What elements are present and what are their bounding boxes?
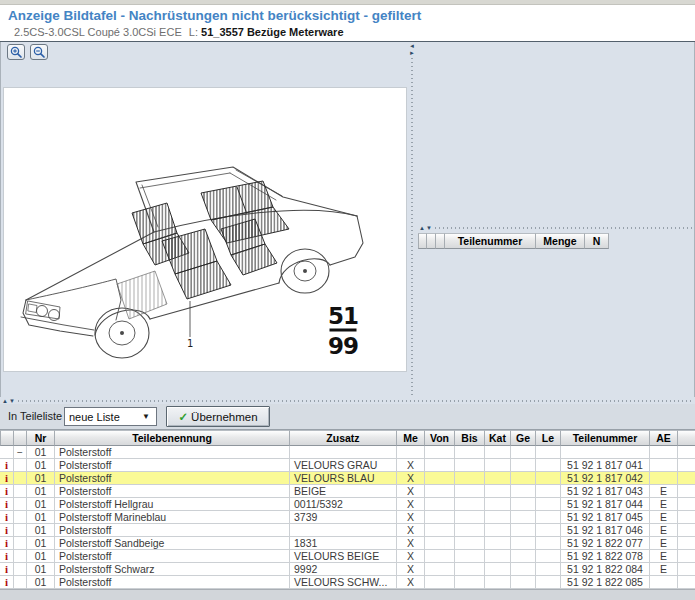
col-header-von[interactable]: Von [425,430,455,446]
teileliste-select[interactable]: neue Liste ▼ [64,407,157,426]
cell-zusatz: 9992 [290,563,397,576]
cell-tnr: 51 92 1 822 084 [561,563,650,576]
col-header-me[interactable]: Me [397,430,425,446]
zoom-out-button[interactable] [30,44,48,60]
table-row[interactable]: i01Polsterstoff Marineblau3739X51 92 1 8… [0,511,695,524]
zoom-in-button[interactable] [7,44,25,60]
detail-col-blank-3[interactable] [436,233,445,249]
info-icon[interactable]: i [5,472,8,484]
info-icon[interactable]: i [5,563,8,575]
col-header-le[interactable]: Le [536,430,561,446]
cell-zusatz: VELOURS BLAU [290,472,397,485]
cell-kat [485,563,511,576]
svg-text:1: 1 [187,338,193,349]
col-header-zusatz[interactable]: Zusatz [290,430,397,446]
info-cell[interactable]: i [0,459,14,472]
cell-ge [511,563,536,576]
col-header-kat[interactable]: Kat [485,430,511,446]
splitter-down-icon[interactable]: ▼ [426,225,433,231]
detail-panel: ▲▼ Teilenummer Menge N [416,42,695,397]
cell-tnr: 51 92 1 822 078 [561,550,650,563]
table-row[interactable]: i01PolsterstoffVELOURS BEIGEX51 92 1 822… [0,550,695,563]
info-cell[interactable]: i [0,498,14,511]
col-header-info[interactable] [0,430,14,446]
col-header-ge[interactable]: Ge [511,430,536,446]
info-icon[interactable]: i [5,537,8,549]
table-row[interactable]: i01Polsterstoff Sandbeige1831X51 92 1 82… [0,537,695,550]
cell-name: Polsterstoff [55,485,290,498]
main-content: 1 51 99 ◄ ► ▲▼ [0,42,695,397]
table-row[interactable]: i01PolsterstoffX51 92 1 817 046E [0,524,695,537]
model-label: 2.5CS-3.0CSL Coupé 3.0CSi ECE [14,26,182,38]
table-row[interactable]: i01Polsterstoff Schwarz9992X51 92 1 822 … [0,563,695,576]
table-row[interactable]: i01Polsterstoff Hellgrau0011/5392X51 92 … [0,498,695,511]
cell-le [536,537,561,550]
cell-exp [14,485,27,498]
detail-col-blank-1[interactable] [418,233,427,249]
detail-col-n[interactable]: N [585,233,609,249]
cell-kat [485,537,511,550]
info-icon[interactable]: i [5,459,8,471]
cell-exp [14,459,27,472]
cell-von [425,446,455,459]
splitter-right-icon[interactable]: ► [409,50,415,57]
cell-fill [678,472,695,485]
cell-von [425,511,455,524]
detail-col-teilenummer[interactable]: Teilenummer [445,233,536,249]
col-header-exp[interactable] [14,430,27,446]
splitter-up-icon[interactable]: ▲ [419,225,426,231]
cell-ge [511,524,536,537]
cell-fill [678,485,695,498]
info-cell[interactable]: i [0,537,14,550]
info-icon[interactable]: i [5,576,8,588]
parts-diagram[interactable]: 1 51 99 [3,87,407,372]
info-cell[interactable]: i [0,511,14,524]
zoom-in-icon [10,46,23,59]
info-cell[interactable]: i [0,485,14,498]
table-row[interactable]: −01Polsterstoff [0,446,695,459]
checkmark-icon: ✓ [178,411,188,423]
info-cell[interactable]: i [0,524,14,537]
vertical-splitter[interactable]: ◄ ► [408,42,416,397]
table-row[interactable]: i01PolsterstoffVELOURS GRAUX51 92 1 817 … [0,459,695,472]
cell-fill [678,459,695,472]
cell-name: Polsterstoff Schwarz [55,563,290,576]
cell-name: Polsterstoff [55,446,290,459]
splitter-left-icon[interactable]: ◄ [409,43,415,50]
cell-name: Polsterstoff [55,550,290,563]
info-cell[interactable]: i [0,576,14,589]
col-header-nr[interactable]: Nr [27,430,55,446]
detail-horizontal-splitter[interactable]: ▲▼ [417,224,694,232]
info-icon[interactable]: i [5,524,8,536]
collapse-icon[interactable]: − [17,447,23,458]
info-icon[interactable]: i [5,550,8,562]
col-header-bis[interactable]: Bis [455,430,485,446]
info-cell[interactable]: i [0,550,14,563]
col-header-fill[interactable] [678,430,695,446]
table-row[interactable]: i01PolsterstoffVELOURS SCHW...X51 92 1 8… [0,576,695,589]
bottom-horizontal-splitter[interactable]: ▲▼ [0,397,695,404]
cell-name: Polsterstoff [55,472,290,485]
col-header-ae[interactable]: AE [650,430,678,446]
info-icon[interactable]: i [5,511,8,523]
table-row[interactable]: i01PolsterstoffBEIGEX51 92 1 817 043E [0,485,695,498]
detail-col-menge[interactable]: Menge [536,233,585,249]
col-header-teilebenennung[interactable]: Teilebenennung [55,430,290,446]
cell-exp [14,524,27,537]
floor-hatch [117,271,167,319]
detail-col-blank-2[interactable] [427,233,436,249]
expander-cell[interactable]: − [14,446,27,459]
table-row[interactable]: i01PolsterstoffVELOURS BLAUX51 92 1 817 … [0,472,695,485]
cell-tnr: 51 92 1 817 044 [561,498,650,511]
cell-me: X [397,576,425,589]
col-header-teilenummer[interactable]: Teilenummer [561,430,650,446]
cell-le [536,524,561,537]
cell-bis [455,446,485,459]
cell-von [425,459,455,472]
uebernehmen-button[interactable]: ✓Übernehmen [166,406,270,427]
info-cell[interactable]: i [0,472,14,485]
info-cell[interactable]: i [0,563,14,576]
teileliste-toolbar: In Teileliste neue Liste ▼ ✓Übernehmen [0,404,695,430]
info-icon[interactable]: i [5,485,8,497]
info-icon[interactable]: i [5,498,8,510]
